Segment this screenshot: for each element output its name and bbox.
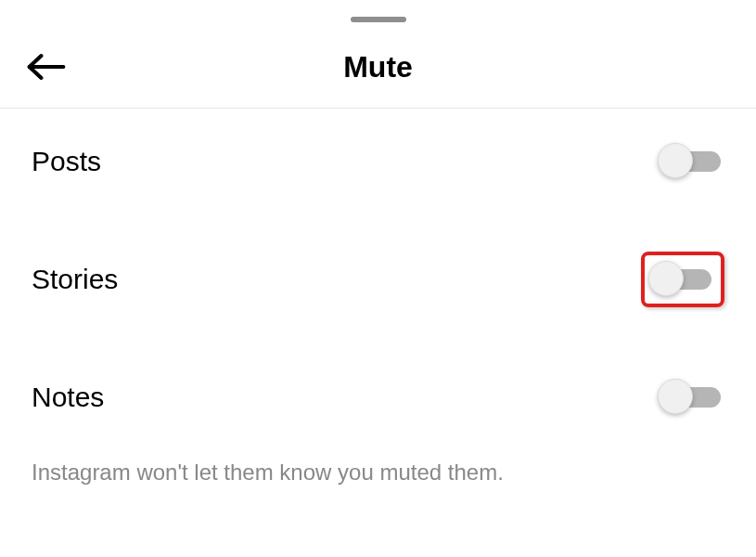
toggle-knob: [648, 261, 684, 296]
setting-label-notes: Notes: [32, 382, 104, 413]
settings-list: Posts Stories Notes: [0, 109, 756, 450]
toggle-knob: [658, 143, 693, 178]
footer-info-text: Instagram won't let them know you muted …: [0, 450, 756, 486]
toggle-stories[interactable]: [648, 266, 715, 292]
setting-row-stories: Stories: [32, 214, 724, 344]
setting-row-posts: Posts: [32, 109, 724, 214]
toggle-posts[interactable]: [658, 149, 724, 175]
setting-label-stories: Stories: [32, 264, 118, 295]
back-arrow-icon[interactable]: [26, 48, 72, 85]
page-title: Mute: [343, 50, 413, 84]
highlight-annotation: [641, 252, 724, 307]
toggle-knob: [658, 379, 693, 414]
toggle-notes[interactable]: [658, 384, 724, 410]
setting-label-posts: Posts: [32, 146, 101, 177]
header: Mute: [0, 22, 756, 109]
setting-row-notes: Notes: [32, 344, 724, 450]
